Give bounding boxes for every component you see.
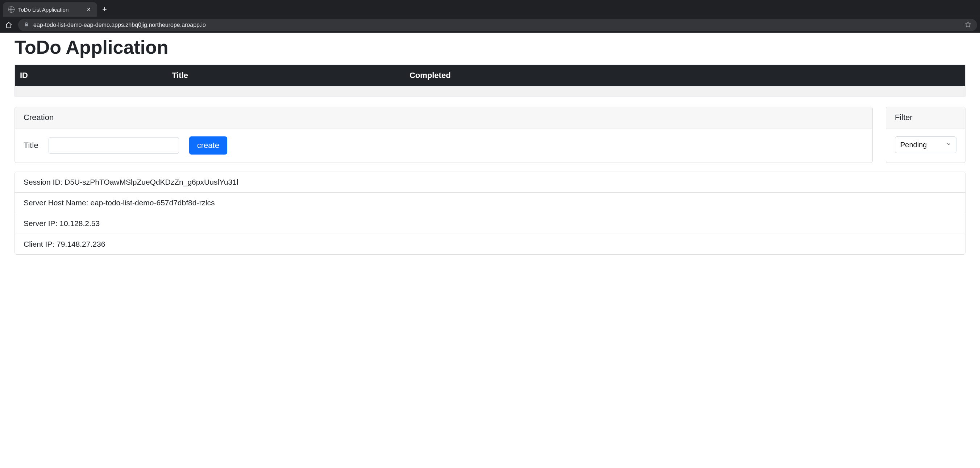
column-header-completed: Completed — [404, 65, 966, 86]
server-info-list: Session ID: D5U-szPhTOawMSlpZueQdKDzZn_g… — [14, 172, 966, 255]
filter-header: Filter — [886, 107, 965, 128]
page-content: ToDo Application ID Title Completed Crea… — [0, 33, 980, 269]
server-ip-row: Server IP: 10.128.2.53 — [15, 213, 965, 234]
filter-card: Filter Pending — [886, 107, 966, 163]
browser-chrome: ToDo List Application × + eap-todo-list-… — [0, 0, 980, 33]
browser-toolbar: eap-todo-list-demo-eap-demo.apps.zhbq0ji… — [0, 17, 980, 33]
create-button[interactable]: create — [189, 136, 227, 155]
todo-table: ID Title Completed — [14, 65, 966, 96]
page-title: ToDo Application — [14, 36, 966, 58]
client-ip-row: Client IP: 79.148.27.236 — [15, 234, 965, 254]
bookmark-star-icon[interactable] — [965, 21, 971, 29]
creation-card: Creation Title create — [14, 107, 873, 163]
address-bar[interactable]: eap-todo-list-demo-eap-demo.apps.zhbq0ji… — [18, 19, 977, 31]
server-host-row: Server Host Name: eap-todo-list-demo-657… — [15, 193, 965, 213]
column-header-id: ID — [15, 65, 167, 86]
new-tab-button[interactable]: + — [97, 2, 112, 17]
column-header-title: Title — [167, 65, 404, 86]
browser-tab[interactable]: ToDo List Application × — [3, 2, 97, 17]
lock-icon — [24, 22, 29, 28]
session-id-row: Session ID: D5U-szPhTOawMSlpZueQdKDzZn_g… — [15, 172, 965, 193]
home-button[interactable] — [3, 19, 14, 31]
home-icon — [5, 21, 12, 29]
tab-strip: ToDo List Application × + — [0, 0, 980, 17]
table-empty-row — [15, 86, 966, 96]
filter-select[interactable]: Pending — [895, 136, 956, 153]
url-text: eap-todo-list-demo-eap-demo.apps.zhbq0ji… — [33, 22, 961, 28]
globe-icon — [8, 6, 14, 13]
title-label: Title — [24, 141, 38, 150]
creation-header: Creation — [15, 107, 872, 128]
title-input[interactable] — [49, 137, 179, 154]
close-icon[interactable]: × — [85, 5, 92, 13]
tab-title: ToDo List Application — [18, 6, 81, 13]
